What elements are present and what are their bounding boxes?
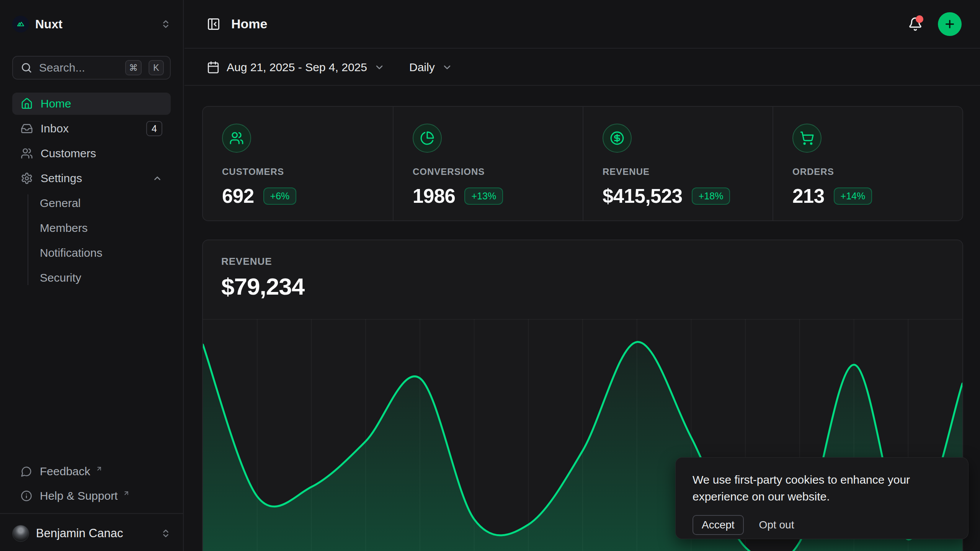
stat-label: Revenue (603, 166, 773, 177)
sidebar-item-feedback[interactable]: Feedback (12, 460, 171, 483)
page-title: Home (231, 16, 908, 31)
pie-chart-icon (413, 124, 442, 153)
granularity-label: Daily (409, 61, 435, 74)
sidebar-item-home[interactable]: Home (12, 93, 171, 115)
sidebar-item-label: Help & Support (40, 489, 118, 502)
sidebar-item-help-support[interactable]: Help & Support (12, 485, 171, 507)
chevron-up-icon (152, 173, 162, 183)
sidebar-item-customers[interactable]: Customers (12, 142, 171, 165)
settings-subnav: General Members Notifications Security (12, 192, 171, 289)
stat-label: Customers (222, 166, 393, 177)
sidebar-item-inbox[interactable]: Inbox 4 (12, 117, 171, 140)
plus-icon (944, 18, 956, 30)
sidebar-item-label: Home (41, 97, 71, 110)
sidebar-footer: Feedback Help & Support (12, 460, 171, 509)
external-link-icon (123, 490, 130, 497)
shopping-cart-icon (792, 124, 822, 153)
accept-button[interactable]: Accept (693, 515, 744, 535)
gear-icon (21, 172, 33, 184)
chevrons-up-down-icon (161, 19, 171, 29)
avatar (12, 525, 29, 542)
sidebar-item-label: Inbox (41, 122, 139, 135)
search-placeholder: Search... (39, 61, 118, 74)
message-circle-icon (21, 466, 32, 477)
inbox-count-badge: 4 (146, 121, 162, 136)
calendar-icon (207, 61, 220, 74)
sidebar-nav: Home Inbox 4 Customers Settings (12, 93, 171, 292)
sidebar-item-label: Notifications (40, 246, 102, 259)
chart-total-value: $79,234 (221, 273, 944, 300)
users-icon (222, 124, 251, 153)
sidebar-item-settings[interactable]: Settings (12, 167, 171, 189)
nuxt-logo-icon (12, 16, 29, 33)
date-range-picker[interactable]: Aug 21, 2025 - Sep 4, 2025 (207, 61, 385, 74)
granularity-select[interactable]: Daily (409, 61, 452, 74)
chevrons-up-down-icon (161, 528, 171, 538)
sidebar-item-label: Feedback (40, 465, 90, 478)
stat-value: 213 (792, 185, 825, 207)
users-icon (21, 147, 33, 160)
workspace-name: Nuxt (35, 17, 155, 31)
notification-dot (916, 15, 923, 23)
chart-title: Revenue (221, 256, 944, 267)
stat-customers[interactable]: Customers 692 +6% (203, 107, 393, 220)
page-header: Home (185, 0, 980, 49)
sidebar-item-label: Settings (41, 172, 145, 185)
workspace-switcher[interactable]: Nuxt (12, 15, 171, 33)
stat-revenue[interactable]: Revenue $415,523 +18% (583, 107, 773, 220)
stat-label: Conversions (413, 166, 583, 177)
search-input[interactable]: Search... ⌘ K (12, 56, 171, 80)
kbd-k: K (149, 60, 164, 75)
sidebar-item-label: General (40, 197, 81, 210)
sidebar-item-label: Security (40, 271, 81, 284)
search-icon (21, 62, 32, 73)
notifications-button[interactable] (908, 17, 923, 31)
stats-card: Customers 692 +6% Conversions 1986 +13% (202, 106, 963, 221)
stat-orders[interactable]: Orders 213 +14% (773, 107, 962, 220)
home-icon (21, 98, 33, 110)
sidebar: Nuxt Search... ⌘ K Home (0, 0, 184, 551)
chevron-down-icon (374, 62, 385, 73)
inbox-icon (21, 122, 33, 135)
sidebar-item-notifications[interactable]: Notifications (28, 242, 171, 264)
cookie-banner: We use first-party cookies to enhance yo… (675, 457, 969, 539)
stat-delta-badge: +6% (263, 187, 297, 205)
date-range-label: Aug 21, 2025 - Sep 4, 2025 (227, 61, 367, 74)
stat-conversions[interactable]: Conversions 1986 +13% (393, 107, 583, 220)
info-circle-icon (21, 490, 32, 502)
panel-left-close-icon[interactable] (207, 17, 220, 31)
sidebar-item-security[interactable]: Security (28, 267, 171, 289)
dollar-circle-icon (603, 124, 632, 153)
stat-value: 692 (222, 185, 254, 207)
stat-delta-badge: +13% (464, 187, 503, 205)
sidebar-item-label: Customers (41, 147, 96, 160)
sidebar-item-members[interactable]: Members (28, 217, 171, 239)
add-button[interactable] (938, 12, 962, 36)
user-menu[interactable]: Benjamin Canac (12, 521, 171, 546)
stat-delta-badge: +14% (834, 187, 872, 205)
user-name: Benjamin Canac (36, 527, 154, 540)
opt-out-button[interactable]: Opt out (759, 519, 794, 531)
sidebar-item-label: Members (40, 222, 88, 235)
stat-value: 1986 (413, 185, 455, 207)
sidebar-divider (0, 513, 183, 514)
external-link-icon (96, 465, 103, 472)
stat-value: $415,523 (603, 185, 683, 207)
stat-delta-badge: +18% (692, 187, 730, 205)
kbd-cmd: ⌘ (125, 60, 142, 75)
dashboard-app: Nuxt Search... ⌘ K Home (0, 0, 980, 551)
cookie-message: We use first-party cookies to enhance yo… (693, 471, 951, 505)
chevron-down-icon (442, 62, 452, 73)
stat-label: Orders (792, 166, 962, 177)
sidebar-item-general[interactable]: General (28, 192, 171, 214)
filters-toolbar: Aug 21, 2025 - Sep 4, 2025 Daily (185, 49, 980, 86)
